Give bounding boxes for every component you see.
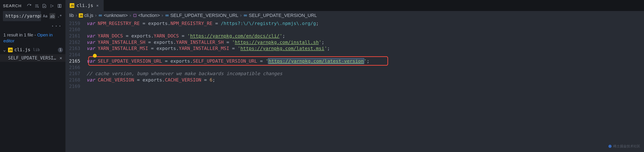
svg-point-9 <box>608 145 612 148</box>
result-preview: SELF_UPDATE_VERSI... <box>8 55 57 61</box>
breadcrumb-symbol[interactable]: SELF_UPDATE_VERSION_URL <box>243 12 317 19</box>
logo-icon <box>608 144 612 148</box>
summary-text: 1 result in 1 file - <box>4 32 37 37</box>
result-count-badge: 1 <box>58 47 63 52</box>
tab-title: cli.js <box>76 2 93 9</box>
breadcrumb-folder[interactable]: lib <box>69 12 74 19</box>
match-word-toggle[interactable]: ab <box>50 13 55 19</box>
breadcrumb-file[interactable]: JS cli.js <box>79 12 93 19</box>
symbol-icon <box>165 13 169 18</box>
results-summary: 1 result in 1 file - Open in editor <box>0 30 66 46</box>
chevron-down-icon: ⌄ <box>2 47 6 53</box>
search-match-highlight: https://yarnpkg.com/latest-version <box>268 58 364 64</box>
symbol-icon <box>243 13 248 18</box>
result-file-row[interactable]: ⌄ JS cli.js lib 1 <box>0 45 66 54</box>
line-gutter: 2159 2160 2161 2162 2163 2164 2165 2166 … <box>66 20 86 152</box>
svg-rect-3 <box>101 15 102 16</box>
svg-rect-8 <box>246 15 247 16</box>
svg-rect-4 <box>134 14 136 17</box>
js-file-icon: JS <box>79 13 83 18</box>
search-input-row: https://yarnpkg.com/latest-version Aa ab… <box>0 11 66 21</box>
breadcrumb-symbol[interactable]: <function> <box>133 12 160 19</box>
svg-rect-2 <box>99 15 100 16</box>
search-sidebar: SEARCH https://yarnpkg.com/latest-versio… <box>0 0 66 152</box>
svg-rect-5 <box>166 15 167 16</box>
editor-pane: JS cli.js ✕ lib › JS cli.js › <unknown> … <box>66 0 644 152</box>
search-result-row[interactable]: SELF_UPDATE_VERSI... ✕ <box>0 54 66 62</box>
collapse-icon[interactable] <box>49 3 55 9</box>
chevron-right-icon: › <box>161 12 164 19</box>
new-file-icon[interactable] <box>42 3 47 9</box>
svg-rect-1 <box>60 5 61 8</box>
chevron-right-icon: › <box>75 12 78 19</box>
code-content[interactable]: var NPM_REGISTRY_RE = exports.NPM_REGIST… <box>86 20 644 152</box>
js-file-icon: JS <box>70 3 74 8</box>
close-tab-icon[interactable]: ✕ <box>95 3 100 8</box>
view-mode-icon[interactable] <box>56 3 62 9</box>
breadcrumb-symbol[interactable]: <unknown> <box>98 12 128 19</box>
chevron-right-icon: › <box>129 12 131 19</box>
chevron-right-icon: › <box>94 12 97 19</box>
breadcrumb-bar[interactable]: lib › JS cli.js › <unknown> › <function>… <box>66 11 644 20</box>
search-header: SEARCH <box>0 2 66 11</box>
clear-results-icon[interactable] <box>34 3 40 9</box>
code-area[interactable]: 2159 2160 2161 2162 2163 2164 2165 2166 … <box>66 20 644 152</box>
result-file-name: cli.js <box>14 47 30 53</box>
dismiss-result-icon[interactable]: ✕ <box>59 55 63 61</box>
function-icon <box>133 13 137 18</box>
js-file-icon: JS <box>8 48 13 52</box>
refresh-icon[interactable] <box>26 3 32 9</box>
breadcrumb-symbol[interactable]: SELF_UPDATE_VERSION_URL <box>165 12 238 19</box>
svg-rect-6 <box>167 15 168 16</box>
chevron-right-icon: › <box>240 12 242 19</box>
sidebar-title: SEARCH <box>3 3 24 9</box>
editor-tab[interactable]: JS cli.js ✕ <box>66 0 104 11</box>
lightbulb-icon[interactable] <box>93 54 97 58</box>
match-case-toggle[interactable]: Aa <box>42 13 48 19</box>
toggle-details-icon[interactable]: ··· <box>0 21 66 30</box>
symbol-icon <box>98 13 102 18</box>
tab-strip: JS cli.js ✕ <box>66 0 644 11</box>
regex-toggle[interactable]: .* <box>56 13 62 19</box>
result-file-path: lib <box>33 47 56 52</box>
svg-rect-7 <box>244 15 245 16</box>
search-input[interactable]: https://yarnpkg.com/latest-version <box>3 11 41 21</box>
svg-rect-0 <box>58 5 59 8</box>
watermark: 稀土掘金技术社区 <box>608 144 640 148</box>
